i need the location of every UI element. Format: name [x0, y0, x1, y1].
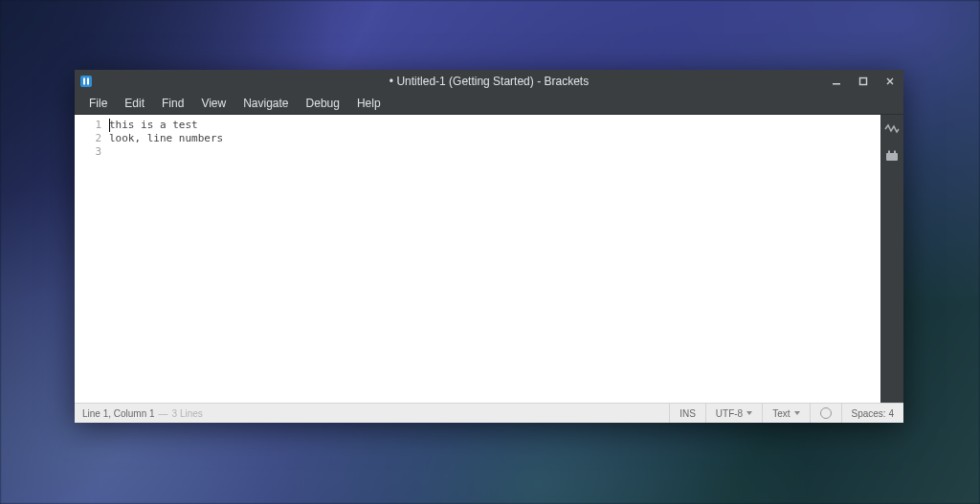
menu-debug[interactable]: Debug: [298, 95, 348, 112]
svg-rect-0: [80, 76, 92, 87]
status-right-group: INS UTF-8 Text Spaces: 4: [669, 404, 903, 423]
status-indentation[interactable]: Spaces: 4: [841, 404, 903, 423]
svg-rect-7: [894, 151, 896, 154]
close-icon: [885, 77, 895, 86]
menu-bar: File Edit Find View Navigate Debug Help: [75, 93, 903, 115]
status-language-label: Text: [772, 408, 790, 419]
line-number: 3: [75, 145, 101, 159]
status-cursor-position: Line 1, Column 1: [82, 408, 155, 419]
svg-rect-5: [886, 153, 898, 161]
circle-icon: [820, 407, 832, 419]
svg-rect-1: [83, 78, 85, 85]
maximize-icon: [858, 77, 868, 86]
menu-edit[interactable]: Edit: [116, 95, 153, 112]
menu-view[interactable]: View: [192, 95, 234, 112]
status-bar: Line 1, Column 1 — 3 Lines INS UTF-8 Tex…: [75, 403, 903, 423]
minimize-button[interactable]: [823, 70, 850, 93]
menu-file[interactable]: File: [80, 95, 116, 112]
close-button[interactable]: [877, 70, 903, 93]
status-lint-indicator[interactable]: [810, 404, 841, 423]
menu-navigate[interactable]: Navigate: [234, 95, 297, 112]
menu-help[interactable]: Help: [348, 95, 390, 112]
app-icon: [78, 74, 94, 89]
brackets-app-window: • Untitled-1 (Getting Started) - Bracket…: [75, 70, 903, 423]
svg-rect-3: [833, 83, 840, 85]
line-number: 1: [75, 119, 101, 132]
status-position-group[interactable]: Line 1, Column 1 — 3 Lines: [75, 408, 203, 419]
status-separator: —: [159, 408, 168, 419]
live-preview-button[interactable]: [883, 121, 901, 138]
status-encoding[interactable]: UTF-8: [705, 404, 762, 423]
svg-rect-6: [888, 151, 890, 154]
code-line: look, line numbers: [109, 132, 880, 145]
status-spaces-label: Spaces: 4: [852, 408, 894, 419]
code-area[interactable]: 1 2 3 this is a test look, line numbers: [75, 115, 880, 403]
chevron-down-icon: [794, 411, 800, 415]
status-line-count: 3 Lines: [172, 408, 203, 419]
plugin-icon: [885, 149, 899, 163]
maximize-button[interactable]: [850, 70, 877, 93]
editor-body: 1 2 3 this is a test look, line numbers: [75, 115, 903, 403]
status-insert-mode[interactable]: INS: [669, 404, 705, 423]
bolt-icon: [884, 123, 900, 135]
status-language[interactable]: Text: [762, 404, 809, 423]
status-encoding-label: UTF-8: [716, 408, 743, 419]
window-controls: [823, 70, 903, 93]
line-number-gutter: 1 2 3: [75, 115, 107, 403]
status-insert-mode-label: INS: [679, 408, 696, 419]
code-content[interactable]: this is a test look, line numbers: [107, 115, 880, 403]
right-toolbar: [880, 115, 903, 403]
title-bar: • Untitled-1 (Getting Started) - Bracket…: [75, 70, 903, 93]
text-cursor: [109, 119, 110, 132]
menu-find[interactable]: Find: [153, 95, 192, 112]
chevron-down-icon: [746, 411, 752, 415]
line-number: 2: [75, 132, 101, 145]
svg-rect-4: [860, 78, 867, 85]
minimize-icon: [832, 77, 841, 86]
code-line: this is a test: [109, 119, 880, 132]
window-title: • Untitled-1 (Getting Started) - Bracket…: [75, 75, 903, 88]
svg-rect-2: [87, 78, 89, 85]
extension-manager-button[interactable]: [883, 147, 901, 164]
